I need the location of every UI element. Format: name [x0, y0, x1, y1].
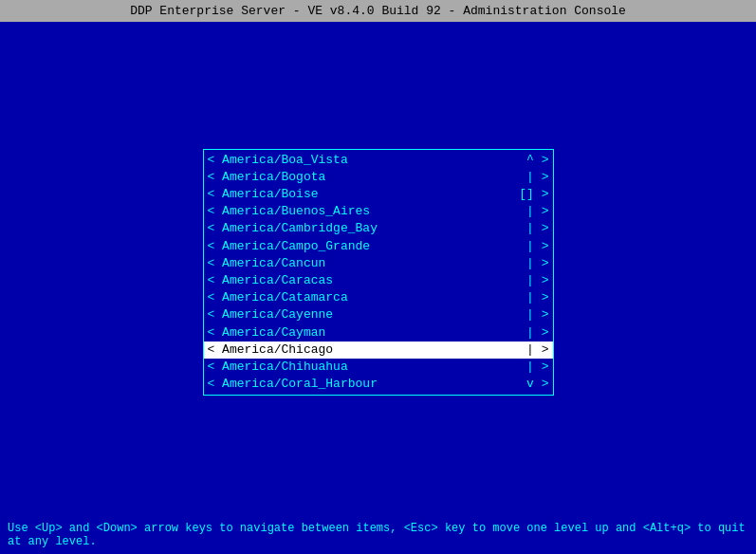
list-item-label: < America/Cancun — [208, 255, 520, 272]
list-item[interactable]: < America/Campo_Grande| > — [204, 238, 553, 255]
list-item[interactable]: < America/Caracas| > — [204, 272, 553, 289]
list-item-indicator: ^ > — [526, 152, 548, 169]
title-text: DDP Enterprise Server - VE v8.4.0 Build … — [130, 4, 626, 18]
list-item[interactable]: < America/Buenos_Aires| > — [204, 203, 553, 220]
list-item[interactable]: < America/Boise[] > — [204, 186, 553, 203]
main-content: < America/Boa_Vista^ >< America/Bogota| … — [0, 22, 756, 504]
list-item[interactable]: < America/Cayman| > — [204, 324, 553, 342]
list-item-indicator: | > — [526, 289, 548, 306]
list-item-indicator: | > — [526, 324, 548, 342]
list-item[interactable]: < America/Cayenne| > — [204, 306, 553, 323]
list-item-label: < America/Chicago — [208, 342, 520, 359]
list-item-label: < America/Chihuahua — [208, 359, 520, 376]
list-item-label: < America/Bogota — [208, 169, 520, 186]
list-item-label: < America/Catamarca — [208, 289, 520, 306]
list-item[interactable]: < America/Chihuahua| > — [204, 359, 553, 376]
title-bar: DDP Enterprise Server - VE v8.4.0 Build … — [0, 0, 756, 22]
status-bar: Use <Up> and <Down> arrow keys to naviga… — [0, 516, 756, 554]
list-item[interactable]: < America/Catamarca| > — [204, 289, 553, 306]
list-item-label: < America/Boa_Vista — [208, 152, 520, 169]
list-item-indicator: | > — [526, 306, 548, 323]
list-item-label: < America/Boise — [208, 186, 512, 203]
list-item-indicator: [] > — [519, 186, 548, 203]
list-item[interactable]: < America/Cambridge_Bay| > — [204, 220, 553, 237]
list-item[interactable]: < America/Bogota| > — [204, 169, 553, 186]
list-item-indicator: | > — [526, 272, 548, 289]
list-item-label: < America/Campo_Grande — [208, 238, 520, 255]
list-item-indicator: | > — [526, 359, 548, 376]
list-item-label: < America/Caracas — [208, 272, 520, 289]
list-item[interactable]: < America/Cancun| > — [204, 255, 553, 272]
list-item-indicator: | > — [526, 342, 548, 359]
list-item-indicator: | > — [526, 220, 548, 237]
list-item-label: < America/Cayenne — [208, 306, 520, 323]
status-text: Use <Up> and <Down> arrow keys to naviga… — [8, 522, 746, 548]
list-item-indicator: | > — [526, 238, 548, 255]
list-item-indicator: | > — [526, 203, 548, 220]
list-item-indicator: v > — [526, 376, 548, 393]
list-item-label: < America/Coral_Harbour — [208, 376, 520, 393]
list-item-label: < America/Buenos_Aires — [208, 203, 520, 220]
list-box[interactable]: < America/Boa_Vista^ >< America/Bogota| … — [203, 149, 554, 397]
list-item-indicator: | > — [526, 255, 548, 272]
list-item[interactable]: < America/Coral_Harbourv > — [204, 376, 553, 393]
list-item[interactable]: < America/Chicago| > — [204, 342, 553, 359]
list-item-label: < America/Cambridge_Bay — [208, 220, 520, 237]
list-item-indicator: | > — [526, 169, 548, 186]
list-item[interactable]: < America/Boa_Vista^ > — [204, 152, 553, 169]
list-item-label: < America/Cayman — [208, 324, 520, 342]
